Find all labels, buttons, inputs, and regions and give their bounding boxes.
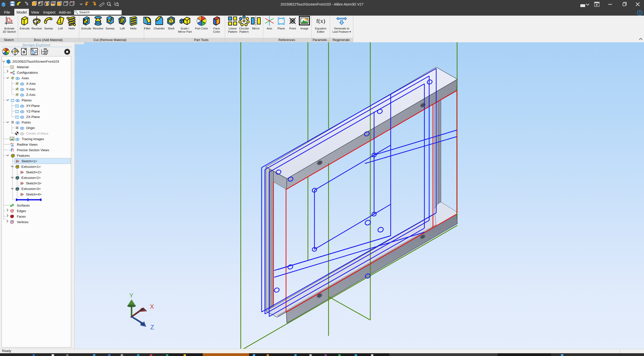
svg-text:f(x): f(x) (316, 18, 325, 24)
svg-text:X-Axis: X-Axis (26, 82, 36, 86)
svg-text:Surfaces: Surfaces (17, 204, 30, 207)
svg-text:Points: Points (22, 121, 31, 124)
svg-text:Extrusion<2>: Extrusion<2> (21, 176, 41, 180)
svg-text:Faces: Faces (17, 215, 26, 218)
svg-text:Vertices: Vertices (17, 220, 29, 224)
svg-text:Sketch<4>: Sketch<4> (26, 192, 42, 196)
svg-text:ZX-Plane: ZX-Plane (26, 115, 40, 119)
svg-text:Z-Axis: Z-Axis (26, 93, 35, 97)
svg-text:Sketch<2>: Sketch<2> (26, 170, 42, 174)
svg-text:Redline Views: Redline Views (17, 143, 38, 146)
svg-text:Y: Y (129, 292, 133, 299)
svg-text:Extrusion<3>: Extrusion<3> (21, 187, 41, 191)
svg-text:Axes: Axes (22, 76, 29, 80)
svg-text:Material:: Material: (17, 65, 29, 69)
svg-text:Edges: Edges (17, 209, 26, 213)
svg-text:Features: Features (17, 154, 30, 157)
svg-text:Center of Mass: Center of Mass (26, 132, 49, 135)
svg-text:X: X (150, 303, 154, 310)
svg-text:Configurations: Configurations (17, 71, 38, 74)
svg-text:Z: Z (150, 324, 154, 331)
svg-text:Origin: Origin (26, 126, 35, 130)
svg-text:Extrusion<1>: Extrusion<1> (21, 165, 41, 169)
svg-text:Precise Section Views: Precise Section Views (17, 148, 49, 152)
svg-text:Planes: Planes (22, 98, 32, 102)
svg-text:YZ-Plane: YZ-Plane (26, 109, 40, 113)
svg-text:Sketch<1>: Sketch<1> (21, 159, 37, 163)
svg-text:Y-Axis: Y-Axis (26, 87, 35, 91)
svg-text:Sketch<3>: Sketch<3> (26, 181, 42, 185)
svg-text:?: ? (639, 11, 641, 15)
svg-text:Tracing Images: Tracing Images (22, 137, 44, 141)
svg-text:XY-Plane: XY-Plane (26, 104, 40, 108)
svg-text:20230822TouchScreenFront103: 20230822TouchScreenFront103 (12, 60, 59, 63)
